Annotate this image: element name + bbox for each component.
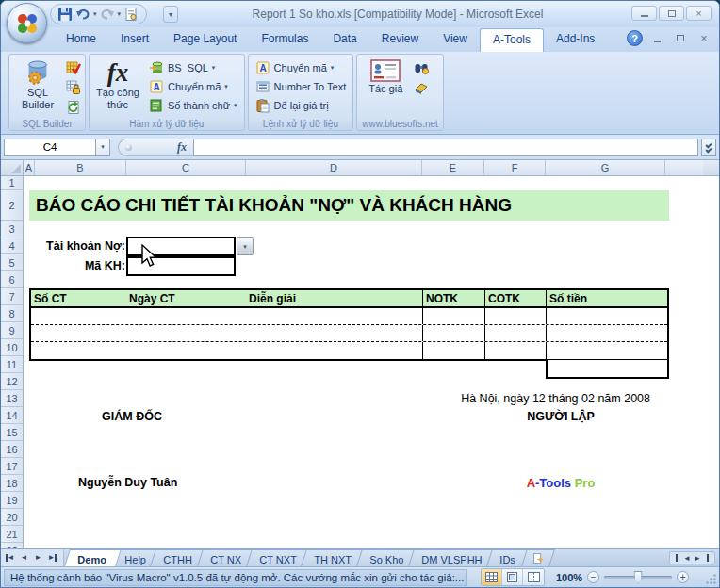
ribbon-tab[interactable]: Home	[54, 28, 108, 52]
h-scroll-right-end[interactable]	[703, 552, 712, 564]
zoom-slider[interactable]	[604, 576, 672, 579]
row-header[interactable]: 17	[1, 458, 23, 475]
row-header[interactable]: 11	[1, 356, 23, 373]
sql-builder-button[interactable]: SQL Builder	[12, 57, 63, 117]
workbook-close-button[interactable]: ×	[695, 31, 713, 45]
tac-gia-button[interactable]: Tác giả	[360, 57, 411, 117]
search-button[interactable]	[413, 59, 430, 76]
row-header[interactable]: 9	[1, 322, 23, 339]
column-header[interactable]: A	[24, 160, 35, 175]
column-header[interactable]: B	[35, 160, 126, 175]
column-header[interactable]: C	[126, 160, 246, 175]
insert-worksheet-tab[interactable]	[521, 549, 555, 566]
group-label-bluesofts[interactable]: www.bluesofts.net	[357, 117, 443, 130]
row-header[interactable]: 6	[1, 271, 23, 288]
row-header[interactable]: 20	[1, 509, 23, 526]
name-box[interactable]: C4	[4, 139, 96, 156]
row-header[interactable]: 1	[1, 176, 23, 190]
close-button[interactable]: ×	[686, 6, 712, 21]
number-to-text-command[interactable]: Number To Text	[252, 77, 351, 96]
h-scroll-right-button[interactable]: ►	[693, 552, 702, 564]
de-lai-gia-tri-command[interactable]: Để lại giá trị	[252, 96, 351, 115]
ribbon-tab[interactable]: Data	[320, 28, 368, 52]
ribbon-tab[interactable]: Insert	[108, 28, 161, 52]
print-preview-button[interactable]	[123, 6, 139, 23]
row-header[interactable]: 16	[1, 441, 23, 458]
column-header[interactable]: G	[546, 160, 665, 175]
group-label-lenh-xu-ly[interactable]: Lệnh xử lý dữ liệu	[249, 117, 353, 130]
row-header[interactable]: 18	[1, 475, 23, 492]
zoom-level[interactable]: 100%	[556, 572, 582, 583]
zoom-slider-thumb[interactable]	[634, 571, 643, 583]
zoom-in-button[interactable]: +	[677, 571, 689, 583]
ribbon-tab[interactable]: Add-Ins	[544, 28, 607, 52]
sheet-tab[interactable]: DM VLSPHH	[408, 549, 497, 566]
row-header[interactable]: 10	[1, 339, 23, 356]
chuyen-ma-label: Chuyển mã	[168, 81, 221, 92]
column-header[interactable]: D	[246, 160, 422, 175]
page-break-preview-button[interactable]	[523, 569, 544, 585]
row-header[interactable]: 21	[1, 526, 23, 543]
normal-view-button[interactable]	[482, 569, 502, 585]
ribbon-tab[interactable]: Page Layout	[161, 28, 249, 52]
row-header[interactable]: 19	[1, 492, 23, 509]
chuyen-ma-command[interactable]: A Chuyển mã ▾	[252, 58, 351, 77]
minimize-button[interactable]	[631, 6, 657, 21]
row-header[interactable]: 14	[1, 407, 23, 424]
row-header[interactable]: 3	[1, 220, 23, 237]
row-header[interactable]: 7	[1, 288, 23, 305]
office-button[interactable]	[7, 3, 47, 43]
undo-button[interactable]	[75, 6, 90, 23]
next-sheet-button[interactable]: ►	[32, 551, 44, 564]
tao-cong-thuc-button[interactable]: fx Tạo công thức	[92, 57, 143, 117]
row-header[interactable]: 2	[1, 190, 23, 220]
previous-sheet-button[interactable]: ◄	[18, 551, 30, 564]
account-dropdown-button[interactable]: ▾	[237, 237, 254, 255]
sql-builder-label: SQL Builder	[13, 87, 62, 110]
restore-button[interactable]	[659, 6, 684, 21]
column-header[interactable]: E	[422, 160, 484, 175]
chuyen-ma-menu[interactable]: A Chuyển mã ▾	[145, 77, 241, 96]
row-header[interactable]: 13	[1, 390, 23, 407]
refresh-button[interactable]	[65, 99, 82, 116]
group-label-sql-builder[interactable]: SQL Builder	[9, 117, 85, 130]
customize-quick-access-button[interactable]: ▾	[163, 6, 178, 23]
sheet-tab[interactable]: Demo	[64, 549, 121, 566]
eraser-button[interactable]	[413, 79, 430, 96]
workbook-restore-button[interactable]	[671, 31, 690, 45]
expand-formula-bar-button[interactable]	[701, 139, 716, 156]
row-header[interactable]: 8	[1, 305, 23, 322]
help-button[interactable]: ?	[627, 30, 643, 46]
ribbon-tab[interactable]: A-Tools	[480, 28, 544, 52]
page-layout-view-button[interactable]	[502, 569, 523, 585]
ribbon-tab[interactable]: View	[431, 28, 480, 52]
first-sheet-button[interactable]: ◄	[4, 551, 16, 564]
resize-grip[interactable]	[705, 573, 717, 585]
last-sheet-button[interactable]: ►	[46, 551, 58, 564]
h-scroll-left-button[interactable]: ◄	[682, 552, 692, 564]
row-header[interactable]: 12	[1, 373, 23, 390]
name-box-dropdown[interactable]: ▾	[96, 139, 110, 156]
group-label-ham-xu-ly[interactable]: Hàm xử lý dữ liệu	[90, 117, 244, 130]
ribbon-tab[interactable]: Formulas	[249, 28, 320, 52]
lock-cells-button[interactable]	[65, 79, 82, 96]
redo-button[interactable]	[100, 6, 115, 23]
formula-input[interactable]	[193, 139, 698, 156]
h-scroll-left-end[interactable]	[672, 552, 681, 564]
insert-function-button[interactable]: fx	[177, 140, 187, 155]
table-check-button[interactable]	[65, 59, 82, 76]
zoom-out-button[interactable]: −	[587, 571, 599, 583]
bs-sql-menu[interactable]: BS_SQL ▾	[145, 58, 241, 77]
row-header[interactable]: 15	[1, 424, 23, 441]
ribbon-tab[interactable]: Review	[369, 28, 431, 52]
row-header[interactable]: 4	[1, 237, 23, 254]
redo-dropdown[interactable]: ▾	[118, 10, 122, 18]
detail-table: Số CTNgày CTDiễn giảiNOTKCOTKSố tiền	[29, 288, 669, 361]
row-header[interactable]: 5	[1, 254, 23, 271]
save-button[interactable]	[57, 6, 73, 23]
select-all-corner[interactable]	[1, 160, 24, 175]
so-thanh-chu-menu[interactable]: Số thành chữ ▾	[145, 96, 241, 115]
column-header[interactable]: F	[484, 160, 546, 175]
undo-dropdown[interactable]: ▾	[93, 10, 97, 18]
workbook-minimize-button[interactable]	[647, 31, 666, 45]
